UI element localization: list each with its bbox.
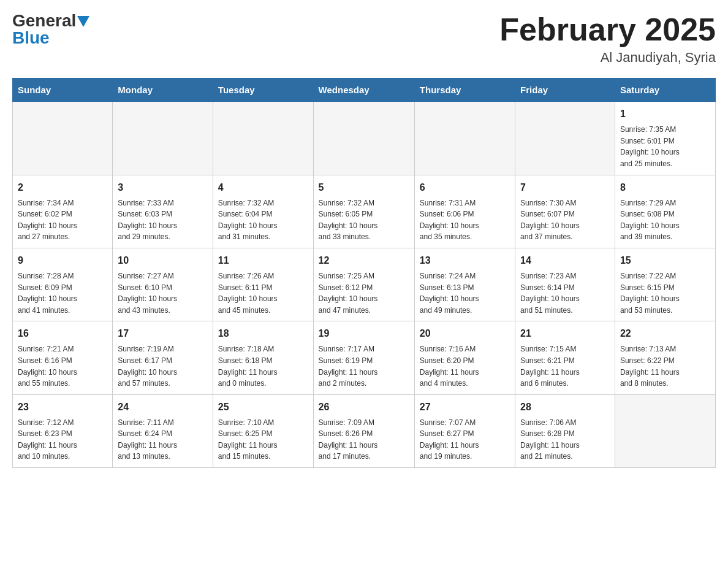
calendar-week-5: 23Sunrise: 7:12 AMSunset: 6:23 PMDayligh…	[13, 394, 716, 467]
day-info: Sunrise: 7:06 AMSunset: 6:28 PMDaylight:…	[520, 417, 610, 462]
day-info: Sunrise: 7:31 AMSunset: 6:06 PMDaylight:…	[420, 197, 510, 243]
day-info: Sunrise: 7:09 AMSunset: 6:26 PMDaylight:…	[319, 417, 409, 462]
col-thursday: Thursday	[414, 79, 515, 102]
day-info: Sunrise: 7:11 AMSunset: 6:24 PMDaylight:…	[118, 417, 208, 462]
day-info: Sunrise: 7:35 AMSunset: 6:01 PMDaylight:…	[620, 124, 710, 169]
col-monday: Monday	[113, 79, 213, 102]
day-number: 25	[218, 400, 308, 415]
table-row: 7Sunrise: 7:30 AMSunset: 6:07 PMDaylight…	[515, 175, 615, 248]
table-row: 26Sunrise: 7:09 AMSunset: 6:26 PMDayligh…	[313, 394, 414, 467]
table-row	[313, 102, 414, 175]
day-number: 1	[620, 107, 710, 121]
logo-blue-text: Blue	[12, 28, 50, 47]
day-info: Sunrise: 7:12 AMSunset: 6:23 PMDaylight:…	[18, 417, 107, 462]
col-tuesday: Tuesday	[213, 79, 313, 102]
calendar-week-4: 16Sunrise: 7:21 AMSunset: 6:16 PMDayligh…	[13, 321, 716, 394]
logo-top: General	[12, 12, 89, 29]
table-row: 16Sunrise: 7:21 AMSunset: 6:16 PMDayligh…	[13, 321, 113, 394]
table-row	[113, 102, 213, 175]
table-row: 28Sunrise: 7:06 AMSunset: 6:28 PMDayligh…	[515, 394, 615, 467]
table-row	[515, 102, 615, 175]
day-number: 16	[18, 326, 107, 341]
day-info: Sunrise: 7:21 AMSunset: 6:16 PMDaylight:…	[18, 343, 107, 389]
day-info: Sunrise: 7:28 AMSunset: 6:09 PMDaylight:…	[18, 270, 107, 316]
day-info: Sunrise: 7:17 AMSunset: 6:19 PMDaylight:…	[319, 343, 409, 389]
table-row: 15Sunrise: 7:22 AMSunset: 6:15 PMDayligh…	[615, 248, 715, 321]
table-row: 8Sunrise: 7:29 AMSunset: 6:08 PMDaylight…	[615, 175, 715, 248]
day-number: 8	[620, 180, 710, 195]
table-row: 12Sunrise: 7:25 AMSunset: 6:12 PMDayligh…	[313, 248, 414, 321]
day-number: 23	[18, 400, 107, 415]
page-header: General Blue February 2025 Al Janudiyah,…	[12, 12, 716, 66]
table-row: 9Sunrise: 7:28 AMSunset: 6:09 PMDaylight…	[13, 248, 113, 321]
day-info: Sunrise: 7:25 AMSunset: 6:12 PMDaylight:…	[319, 270, 409, 316]
table-row	[414, 102, 515, 175]
day-number: 27	[420, 400, 510, 415]
day-info: Sunrise: 7:32 AMSunset: 6:04 PMDaylight:…	[218, 197, 308, 243]
day-number: 4	[218, 180, 308, 195]
table-row: 19Sunrise: 7:17 AMSunset: 6:19 PMDayligh…	[313, 321, 414, 394]
table-row: 24Sunrise: 7:11 AMSunset: 6:24 PMDayligh…	[113, 394, 213, 467]
day-number: 21	[520, 326, 610, 341]
day-number: 10	[118, 253, 208, 268]
table-row: 27Sunrise: 7:07 AMSunset: 6:27 PMDayligh…	[414, 394, 515, 467]
table-row: 1Sunrise: 7:35 AMSunset: 6:01 PMDaylight…	[615, 102, 715, 175]
day-number: 13	[420, 253, 510, 268]
table-row: 25Sunrise: 7:10 AMSunset: 6:25 PMDayligh…	[213, 394, 313, 467]
day-info: Sunrise: 7:18 AMSunset: 6:18 PMDaylight:…	[218, 343, 308, 389]
col-sunday: Sunday	[13, 79, 113, 102]
table-row	[615, 394, 715, 467]
table-row	[213, 102, 313, 175]
day-number: 3	[118, 180, 208, 195]
table-row: 21Sunrise: 7:15 AMSunset: 6:21 PMDayligh…	[515, 321, 615, 394]
day-number: 7	[520, 180, 610, 195]
day-info: Sunrise: 7:22 AMSunset: 6:15 PMDaylight:…	[620, 270, 710, 316]
day-number: 15	[620, 253, 710, 268]
table-row: 23Sunrise: 7:12 AMSunset: 6:23 PMDayligh…	[13, 394, 113, 467]
table-row: 11Sunrise: 7:26 AMSunset: 6:11 PMDayligh…	[213, 248, 313, 321]
logo-general-text: General	[12, 11, 76, 30]
table-row: 14Sunrise: 7:23 AMSunset: 6:14 PMDayligh…	[515, 248, 615, 321]
day-info: Sunrise: 7:33 AMSunset: 6:03 PMDaylight:…	[118, 197, 208, 243]
table-row: 13Sunrise: 7:24 AMSunset: 6:13 PMDayligh…	[414, 248, 515, 321]
logo: General Blue	[12, 12, 89, 47]
day-number: 22	[620, 326, 710, 341]
table-row: 6Sunrise: 7:31 AMSunset: 6:06 PMDaylight…	[414, 175, 515, 248]
table-row: 18Sunrise: 7:18 AMSunset: 6:18 PMDayligh…	[213, 321, 313, 394]
calendar-header-row: Sunday Monday Tuesday Wednesday Thursday…	[13, 79, 716, 102]
calendar-week-2: 2Sunrise: 7:34 AMSunset: 6:02 PMDaylight…	[13, 175, 716, 248]
day-number: 9	[18, 253, 107, 268]
calendar-week-1: 1Sunrise: 7:35 AMSunset: 6:01 PMDaylight…	[13, 102, 716, 175]
day-number: 12	[319, 253, 409, 268]
table-row: 3Sunrise: 7:33 AMSunset: 6:03 PMDaylight…	[113, 175, 213, 248]
day-info: Sunrise: 7:07 AMSunset: 6:27 PMDaylight:…	[420, 417, 510, 462]
day-info: Sunrise: 7:24 AMSunset: 6:13 PMDaylight:…	[420, 270, 510, 316]
day-info: Sunrise: 7:15 AMSunset: 6:21 PMDaylight:…	[520, 343, 610, 389]
day-info: Sunrise: 7:27 AMSunset: 6:10 PMDaylight:…	[118, 270, 208, 316]
col-friday: Friday	[515, 79, 615, 102]
logo-triangle-icon	[77, 16, 89, 27]
day-number: 26	[319, 400, 409, 415]
day-info: Sunrise: 7:30 AMSunset: 6:07 PMDaylight:…	[520, 197, 610, 243]
title-block: February 2025 Al Janudiyah, Syria	[499, 12, 716, 66]
day-info: Sunrise: 7:23 AMSunset: 6:14 PMDaylight:…	[520, 270, 610, 316]
day-number: 5	[319, 180, 409, 195]
day-number: 14	[520, 253, 610, 268]
table-row: 10Sunrise: 7:27 AMSunset: 6:10 PMDayligh…	[113, 248, 213, 321]
day-number: 18	[218, 326, 308, 341]
day-info: Sunrise: 7:10 AMSunset: 6:25 PMDaylight:…	[218, 417, 308, 462]
day-number: 6	[420, 180, 510, 195]
day-info: Sunrise: 7:13 AMSunset: 6:22 PMDaylight:…	[620, 343, 710, 389]
table-row	[13, 102, 113, 175]
col-wednesday: Wednesday	[313, 79, 414, 102]
day-number: 11	[218, 253, 308, 268]
calendar-week-3: 9Sunrise: 7:28 AMSunset: 6:09 PMDaylight…	[13, 248, 716, 321]
col-saturday: Saturday	[615, 79, 715, 102]
day-number: 20	[420, 326, 510, 341]
calendar-table: Sunday Monday Tuesday Wednesday Thursday…	[12, 78, 716, 468]
table-row: 22Sunrise: 7:13 AMSunset: 6:22 PMDayligh…	[615, 321, 715, 394]
table-row: 5Sunrise: 7:32 AMSunset: 6:05 PMDaylight…	[313, 175, 414, 248]
month-title: February 2025	[499, 12, 716, 47]
day-info: Sunrise: 7:29 AMSunset: 6:08 PMDaylight:…	[620, 197, 710, 243]
table-row: 17Sunrise: 7:19 AMSunset: 6:17 PMDayligh…	[113, 321, 213, 394]
